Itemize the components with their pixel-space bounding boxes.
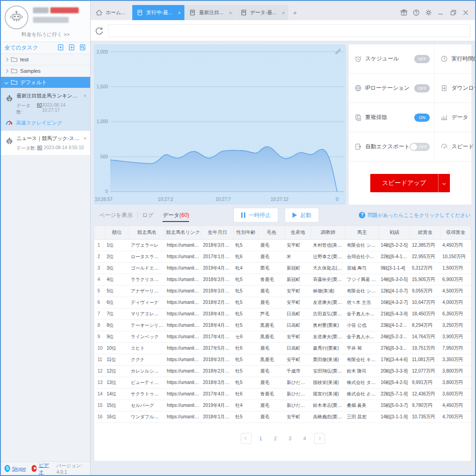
subtab-2[interactable]: ログ [138,208,158,222]
subtab-1[interactable]: ページを表示 [95,208,137,222]
speedup-button[interactable]: スピードアップ [370,174,450,192]
next-page-button[interactable] [314,433,325,444]
folder-icon [11,68,17,74]
cell: 金子真人ホールデ... [345,308,379,319]
video-link[interactable]: ビデオ [38,462,51,476]
tab-1[interactable]: ホーム... [92,5,132,20]
tasks-header-label: 全てのタスク [5,44,57,52]
cell: 14戦[5-2-2-5] [379,239,410,251]
edit-chart-icon[interactable] [335,48,341,55]
skype-link[interactable]: Skype [12,466,26,471]
folder-test[interactable]: test [1,54,90,65]
cell: 8,294万円 [410,319,441,331]
help-text: 問題があったらここをクリックしてください [368,212,471,219]
settings-icon[interactable] [425,9,433,16]
task-close-icon[interactable]: × [84,135,87,141]
table-row[interactable]: 99位ラインベックhttps://umanity.jp/ra...2017年4月… [94,331,471,342]
table-row[interactable]: 66位ディヴィーナhttps://umanity.jp/ra...2018年2月… [94,297,471,308]
svg-text:10:27:12: 10:27:12 [270,197,288,202]
page-1[interactable]: 1 [255,433,266,444]
find-task-icon[interactable] [79,43,87,53]
cell: 牡5 [233,411,258,422]
table-row[interactable]: 1515位セルバーグhttps://umanity.jp/ra...2019年4… [94,400,471,411]
tab-close-icon[interactable]: × [226,10,232,16]
task-item-1[interactable]: 最新注目競走馬ランキング｜競馬予想のウ...×データ数:602023-08-14… [1,88,90,131]
cell: 10,735万円 [410,411,441,422]
cell: 15戦[5-0-3-7] [379,400,410,411]
prev-page-button[interactable] [241,433,252,444]
minimize-icon[interactable] [437,9,445,16]
table-row[interactable]: 33位ゴールドエクリプスhttps://umanity.jp/ra...2019… [94,262,471,274]
speed-scraping-badge[interactable]: 高速スクレイピング [5,119,87,127]
speedup-dropdown[interactable] [438,174,450,192]
tab-label: 実行中-最... [146,9,173,16]
table-row[interactable]: 88位テーオーシリウスhttps://umanity.jp/ra...2018年… [94,319,471,331]
off-badge[interactable]: OFF [414,55,430,63]
table-row[interactable]: 1414位サクラトゥジュールhttps://umanity.jp/ra...20… [94,388,471,400]
cell: 牡6 [233,388,258,400]
close-icon[interactable] [462,9,470,16]
pay-link[interactable]: 料金を払うに行く >> [5,29,87,39]
table-row[interactable]: 1212位カレンルシェルブルhttps://umanity.jp/ra...20… [94,365,471,377]
subtab-label: データ [162,211,179,219]
svg-text:500: 500 [100,154,108,159]
off-badge[interactable]: OFF [414,84,430,92]
cell: 4,500万円 [441,285,471,297]
table-row[interactable]: 1010位エヒトhttps://umanity.jp/ra...2017年5月9… [94,342,471,354]
tasks-header: 全てのタスク [1,42,90,54]
tab-close-icon[interactable]: × [279,10,285,16]
tab-label: データ-最... [250,9,276,16]
cell: 8 [94,319,105,331]
page-4[interactable]: 4 [299,433,310,444]
cell: https://umanity.jp/ra... [165,274,201,285]
start-button[interactable]: 起動 [285,208,319,222]
table-row[interactable]: 44位ララクリスティーヌhttps://umanity.jp/ra...2018… [94,274,471,285]
add-task-icon[interactable] [68,43,76,53]
pause-icon [241,212,245,218]
folder-name: デフォルト [20,79,47,86]
cell: 2018年4月6日生 [201,308,234,319]
pause-button[interactable]: 一時停止 [233,208,278,222]
help-icon[interactable] [412,9,420,16]
table-row[interactable]: 1111位ククナhttps://umanity.jp/ra...2018年3月3… [94,354,471,365]
cell: 3,600万円 [441,388,471,400]
data-count-link[interactable]: 60 [37,103,42,115]
help-link[interactable]: ? 問題があったらここをクリックしてください [359,212,471,219]
cell: https://umanity.jp/ra... [165,331,201,342]
import-task-icon[interactable] [57,43,65,53]
cell: 2019年4月12日生 [201,400,234,411]
cell: 6,350万円 [441,308,471,319]
on-badge[interactable]: ON [414,114,430,122]
refresh-icon[interactable] [95,27,103,35]
table-row[interactable]: 77位マリアエレーナhttps://umanity.jp/ra...2018年4… [94,308,471,319]
gift-icon[interactable] [400,9,408,16]
task-close-icon[interactable]: × [84,93,87,98]
cell: 平井 裕 [345,342,379,354]
off-toggle[interactable]: OFF [410,143,430,151]
folder-Samples[interactable]: Samples [1,65,90,77]
tab-3[interactable]: 最新注目...× [185,5,236,20]
cell: 日高町 [285,342,311,354]
table-row[interactable]: 1616位ワンダフルタウンhttps://umanity.jp/ra...201… [94,411,471,422]
cell: 新冠町 [285,262,311,274]
table-row[interactable]: 55位アナザーリリックhttps://umanity.jp/ra...2018年… [94,285,471,297]
new-tab-button[interactable]: + [289,5,301,20]
cell: https://umanity.jp/ra... [165,377,201,388]
table-row[interactable]: 11位アヴェラーレhttps://umanity.jp/ra...2018年3月… [94,239,471,251]
address-bar[interactable] [108,24,471,37]
tab-close-icon[interactable]: × [175,10,181,16]
folder-デフォルト[interactable]: デフォルト [1,77,90,88]
user-avatar[interactable] [5,5,28,29]
tab-4[interactable]: データ-最...× [236,5,289,20]
table-row[interactable]: 22位ロータスランドhttps://umanity.jp/ra...2017年1… [94,251,471,262]
page-2[interactable]: 2 [270,433,281,444]
subtab-3[interactable]: データ(60) [158,208,194,222]
page-3[interactable]: 3 [285,433,296,444]
table-row[interactable]: 1313位ビューティフルデイhttps://umanity.jp/ra...20… [94,377,471,388]
cell: 2018年3月29日生 [201,239,234,251]
data-count-link[interactable]: 80 [37,145,42,151]
task-item-2[interactable]: ニュース｜競馬ブック-スクレイピング中×データ数:802023-08-14 9:… [1,131,90,156]
cell: 高橋義忠(栗東) [311,411,345,422]
tab-2[interactable]: 実行中-最...× [132,5,184,20]
restore-icon[interactable] [449,9,457,16]
